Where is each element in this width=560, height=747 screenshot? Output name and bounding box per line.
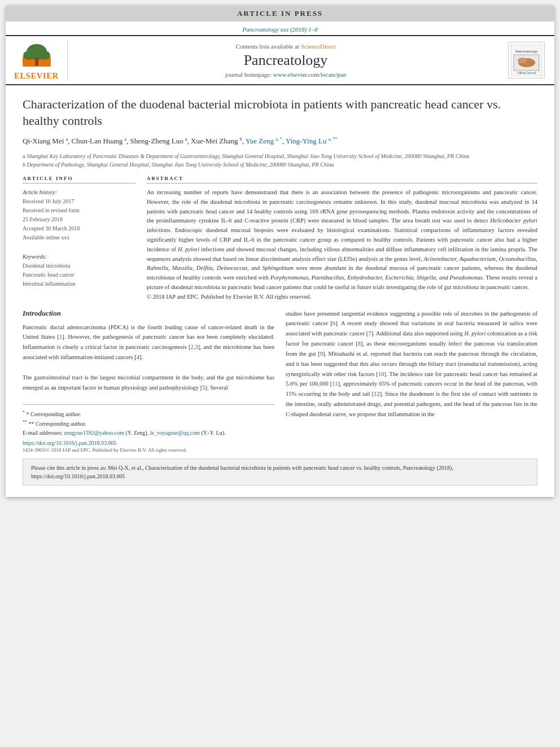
author-sheng-zheng: Sheng-Zheng Luo a <box>130 137 187 145</box>
footnote-email: E-mail addresses: zengyue1592@yahoo.com … <box>23 429 274 438</box>
sciencedirect-link[interactable]: ScienceDirect <box>301 43 336 50</box>
journal-title-text: Pancreatology <box>244 52 328 69</box>
author-xue-mei: Xue-Mei Zhang b <box>191 137 242 145</box>
svg-point-2 <box>23 51 34 60</box>
article-info-label: ARTICLE INFO <box>23 176 135 184</box>
author-ying-ying[interactable]: Ying-Ying Lu a, ** <box>286 137 337 145</box>
article-title: Characterization of the duodenal bacteri… <box>23 97 537 129</box>
body-cols: Introduction Pancreatic ductal adenocarc… <box>23 309 537 453</box>
info-abstract-cols: ARTICLE INFO Article history: Received 1… <box>23 176 537 302</box>
article-info-panel: ARTICLE INFO Article history: Received 1… <box>23 176 135 302</box>
author-qi-xiang: Qi-Xiang Mei a <box>23 137 68 145</box>
author-yue-zeng[interactable]: Yue Zeng a, * <box>246 137 282 145</box>
email1-link[interactable]: zengyue1592@yahoo.com <box>64 430 124 436</box>
body-left-col: Introduction Pancreatic ductal adenocarc… <box>23 309 274 453</box>
intro-para3: studies have presented tangential eviden… <box>286 309 537 420</box>
contents-line: Contents lists available at ScienceDirec… <box>235 43 335 50</box>
abstract-text: An increasing number of reports have dem… <box>147 188 537 302</box>
journal-logo-right: Pancreatology Official Journal <box>504 40 549 81</box>
intro-para1: Pancreatic ductal adenocarcinoma (PDCA) … <box>23 322 274 362</box>
pancreatology-logo: Pancreatology Official Journal <box>508 42 545 78</box>
affiliation-b: b Department of Pathology, Shanghai Gene… <box>23 160 537 169</box>
aip-banner: ARTICLE IN PRESS <box>6 6 554 21</box>
svg-rect-4 <box>35 58 38 65</box>
keywords-section: Keywords: Duodenal microbiota Pancreatic… <box>23 252 135 289</box>
intro-para2: The gastrointestinal tract is the larges… <box>23 373 274 393</box>
authors-line: Qi-Xiang Mei a, Chun-Lan Huang a, Sheng-… <box>23 136 537 147</box>
homepage-link[interactable]: www.elsevier.com/locate/pan <box>273 71 346 78</box>
body-right-col: studies have presented tangential eviden… <box>286 309 537 453</box>
abstract-panel: ABSTRACT An increasing number of reports… <box>147 176 537 302</box>
abstract-label: ABSTRACT <box>147 176 537 184</box>
footnote-corresponding2: ** ** Corresponding author. <box>23 419 274 429</box>
copyright-line: 1424-3903/© 2018 IAP and EPC. Published … <box>23 447 274 453</box>
svg-text:Pancreatology: Pancreatology <box>515 49 538 54</box>
citation-box: Please cite this article in press as: Me… <box>23 458 537 486</box>
elsevier-logo: ELSEVIER <box>11 40 68 81</box>
main-content: Characterization of the duodenal bacteri… <box>6 85 554 497</box>
affiliations: a Shanghai Key Laboratory of Pancreatic … <box>23 152 537 169</box>
elsevier-label: ELSEVIER <box>14 72 59 81</box>
page: ARTICLE IN PRESS Pancreatology xxx (2018… <box>6 6 554 497</box>
svg-text:Official Journal: Official Journal <box>517 71 536 75</box>
footnote-section: * * Corresponding author. ** ** Correspo… <box>23 404 274 453</box>
article-history: Article history: Received 10 July 2017 R… <box>23 188 135 242</box>
svg-point-9 <box>518 58 527 63</box>
svg-point-3 <box>39 51 50 60</box>
journal-center: Contents lists available at ScienceDirec… <box>68 40 504 81</box>
footnote-corresponding1: * * Corresponding author. <box>23 409 274 419</box>
email2-link[interactable]: le_voyageur@qq.com <box>150 430 200 436</box>
aip-text: ARTICLE IN PRESS <box>237 9 323 18</box>
intro-heading: Introduction <box>23 309 274 318</box>
header-container: ELSEVIER Contents lists available at Sci… <box>6 35 554 85</box>
elsevier-tree-icon <box>20 40 54 71</box>
journal-homepage: journal homepage: www.elsevier.com/locat… <box>225 71 346 78</box>
journal-header: Pancreatology xxx (2018) 1–8 <box>6 21 554 35</box>
pancreatology-logo-image: Pancreatology Official Journal <box>511 45 542 76</box>
journal-ref: Pancreatology xxx (2018) 1–8 <box>242 26 317 33</box>
affiliation-a: a Shanghai Key Laboratory of Pancreatic … <box>23 152 537 160</box>
doi-link[interactable]: https://doi.org/10.1016/j.pan.2018.03.00… <box>23 440 274 446</box>
author-chun-lan: Chun-Lan Huang a <box>72 137 126 145</box>
